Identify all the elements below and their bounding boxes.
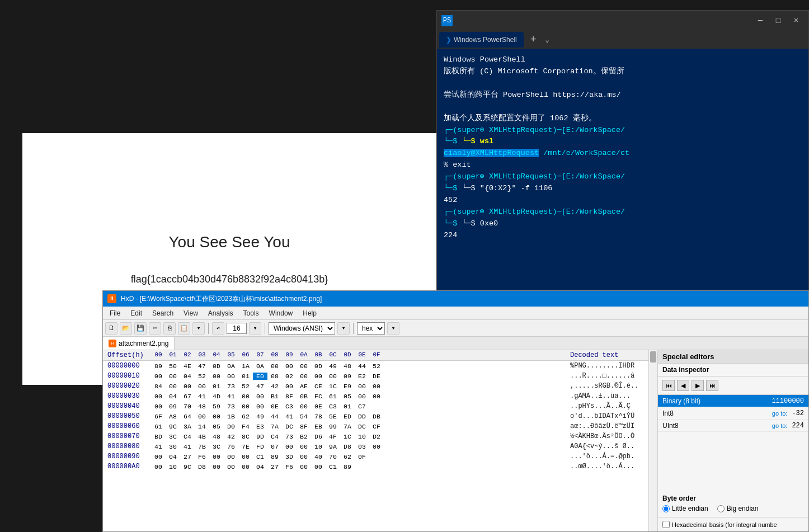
- hex-byte[interactable]: 00: [151, 403, 166, 410]
- hex-byte[interactable]: 8F: [297, 423, 311, 430]
- hex-byte[interactable]: 00: [369, 393, 384, 400]
- hex-byte[interactable]: 9D: [253, 433, 267, 440]
- hex-byte[interactable]: 05: [340, 393, 355, 400]
- hex-byte[interactable]: [355, 463, 369, 470]
- hex-byte[interactable]: 42: [267, 383, 282, 390]
- hex-byte[interactable]: C1: [253, 453, 267, 460]
- hex-byte[interactable]: DC: [282, 423, 297, 430]
- new-btn[interactable]: 🗋: [105, 322, 117, 335]
- hex-byte[interactable]: D2: [369, 433, 384, 440]
- hex-byte[interactable]: 01: [209, 383, 224, 390]
- hex-byte[interactable]: 09: [340, 373, 355, 380]
- hex-byte[interactable]: 00: [297, 443, 311, 450]
- hex-byte[interactable]: 89: [340, 463, 355, 470]
- hex-byte[interactable]: 10: [311, 443, 326, 450]
- hex-byte[interactable]: 70: [326, 453, 340, 460]
- hex-byte[interactable]: 27: [180, 453, 195, 460]
- hex-byte[interactable]: 4D: [209, 393, 224, 400]
- hex-byte[interactable]: 99: [326, 423, 340, 430]
- hex-byte[interactable]: E0: [253, 373, 267, 380]
- hex-byte[interactable]: 00: [282, 443, 297, 450]
- nav-next[interactable]: ▶: [692, 380, 704, 391]
- hex-byte[interactable]: 1C: [326, 383, 340, 390]
- hex-byte[interactable]: 9A: [326, 443, 340, 450]
- menu-search[interactable]: Search: [148, 308, 178, 318]
- hex-byte[interactable]: 70: [180, 403, 195, 410]
- hex-byte[interactable]: 89: [267, 453, 282, 460]
- hex-byte[interactable]: 00: [166, 383, 180, 390]
- hex-byte[interactable]: 47: [195, 362, 209, 370]
- hex-byte[interactable]: 00: [151, 373, 166, 380]
- hex-byte[interactable]: 00: [297, 362, 311, 370]
- hex-byte[interactable]: 7A: [267, 423, 282, 430]
- hex-byte[interactable]: 01: [238, 373, 253, 380]
- hex-byte[interactable]: 41: [180, 443, 195, 450]
- hex-byte[interactable]: 04: [180, 373, 195, 380]
- hex-byte[interactable]: 00: [151, 453, 166, 460]
- hex-byte[interactable]: B2: [297, 433, 311, 440]
- hex-byte[interactable]: D8: [195, 463, 209, 470]
- hex-byte[interactable]: 00: [253, 403, 267, 410]
- int8-row[interactable]: Int8 go to: -32: [658, 407, 808, 420]
- hex-byte[interactable]: 49: [253, 413, 267, 420]
- hex-byte[interactable]: 62: [340, 453, 355, 460]
- hex-byte[interactable]: 4E: [180, 362, 195, 370]
- hex-byte[interactable]: 67: [180, 393, 195, 400]
- hex-byte[interactable]: C4: [267, 433, 282, 440]
- maximize-button[interactable]: □: [770, 15, 786, 26]
- hex-byte[interactable]: D6: [311, 433, 326, 440]
- hex-byte[interactable]: A8: [166, 413, 180, 420]
- hex-byte[interactable]: 7B: [195, 443, 209, 450]
- hex-byte[interactable]: 04: [253, 463, 267, 470]
- hex-byte[interactable]: 00: [209, 463, 224, 470]
- hex-byte[interactable]: 73: [224, 383, 238, 390]
- hex-byte[interactable]: 00: [355, 393, 369, 400]
- hex-basis-checkbox[interactable]: Hexadecimal basis (for integral numbe: [662, 521, 804, 528]
- hex-byte[interactable]: 00: [238, 403, 253, 410]
- hex-byte[interactable]: C3: [282, 403, 297, 410]
- hex-byte[interactable]: 4B: [195, 433, 209, 440]
- hex-byte[interactable]: 0B: [297, 393, 311, 400]
- hex-byte[interactable]: 0D: [209, 362, 224, 370]
- hex-byte[interactable]: 44: [355, 362, 369, 370]
- hex-byte[interactable]: 0A: [253, 362, 267, 370]
- hex-byte[interactable]: 00: [209, 453, 224, 460]
- binary-row[interactable]: Binary (8 bit) 11100000: [658, 395, 808, 407]
- hex-byte[interactable]: 8F: [282, 393, 297, 400]
- hex-byte[interactable]: 84: [151, 383, 166, 390]
- hex-byte[interactable]: 00: [311, 463, 326, 470]
- hex-byte[interactable]: 41: [224, 393, 238, 400]
- hex-byte[interactable]: 6F: [151, 413, 166, 420]
- hex-byte[interactable]: 3C: [209, 443, 224, 450]
- hex-byte[interactable]: 00: [253, 393, 267, 400]
- hex-byte[interactable]: 00: [282, 362, 297, 370]
- hex-byte[interactable]: AE: [297, 383, 311, 390]
- open-btn[interactable]: 📂: [120, 322, 132, 335]
- hex-byte[interactable]: 73: [282, 433, 297, 440]
- hex-byte[interactable]: C7: [355, 403, 369, 410]
- menu-file[interactable]: File: [105, 308, 125, 318]
- little-endian-radio[interactable]: Little endian: [662, 505, 708, 512]
- hex-byte[interactable]: 78: [311, 413, 326, 420]
- uint8-row[interactable]: UInt8 go to: 224: [658, 420, 808, 432]
- hex-byte[interactable]: 41: [151, 443, 166, 450]
- hex-byte[interactable]: 1C: [340, 433, 355, 440]
- hex-byte[interactable]: 00: [224, 373, 238, 380]
- hex-byte[interactable]: 30: [166, 443, 180, 450]
- hex-byte[interactable]: FC: [311, 393, 326, 400]
- nav-first[interactable]: ⏮: [662, 380, 675, 391]
- bytes-dropdown[interactable]: ▾: [249, 322, 261, 335]
- powershell-tab[interactable]: ❯ Windows PowerShell: [439, 32, 524, 48]
- hex-byte[interactable]: 04: [166, 393, 180, 400]
- hex-byte[interactable]: 00: [297, 453, 311, 460]
- hex-byte[interactable]: 48: [340, 362, 355, 370]
- paste-extra-btn[interactable]: ▾: [192, 322, 205, 335]
- hex-byte[interactable]: 41: [195, 393, 209, 400]
- encoding-dropdown[interactable]: ▾: [337, 322, 350, 335]
- hex-byte[interactable]: D8: [340, 443, 355, 450]
- hex-byte[interactable]: B1: [267, 393, 282, 400]
- hex-byte[interactable]: 00: [282, 383, 297, 390]
- hex-byte[interactable]: 59: [209, 403, 224, 410]
- tab-chevron[interactable]: ⌄: [543, 36, 552, 44]
- menu-window[interactable]: Window: [265, 308, 298, 318]
